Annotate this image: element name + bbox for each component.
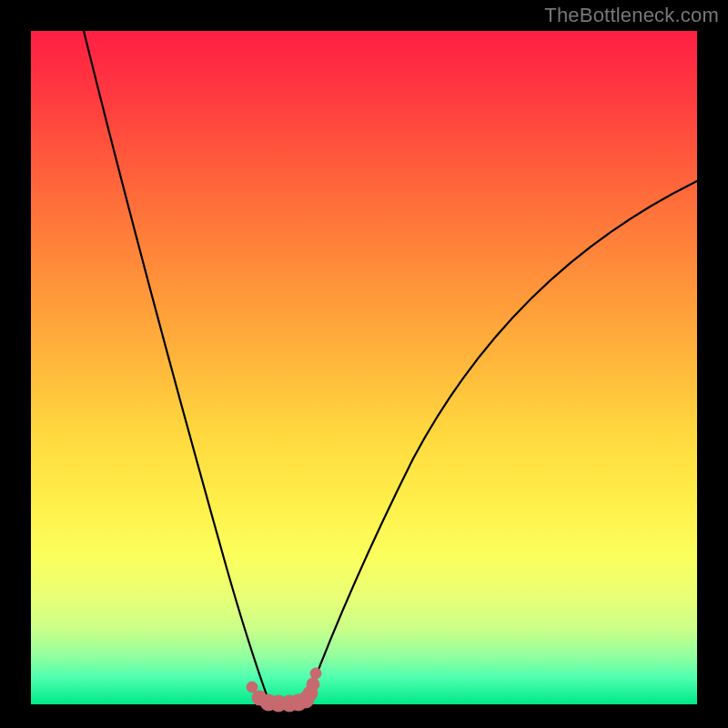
outer-frame: TheBottleneck.com [0,0,728,728]
svg-point-8 [307,678,319,691]
svg-point-9 [310,668,321,679]
plot-area [31,31,697,704]
watermark-text: TheBottleneck.com [544,4,719,27]
valley-markers [247,668,321,712]
svg-point-0 [247,682,258,693]
curves-svg [31,31,697,704]
curve-left-branch [84,31,269,703]
curve-right-branch [306,181,697,703]
